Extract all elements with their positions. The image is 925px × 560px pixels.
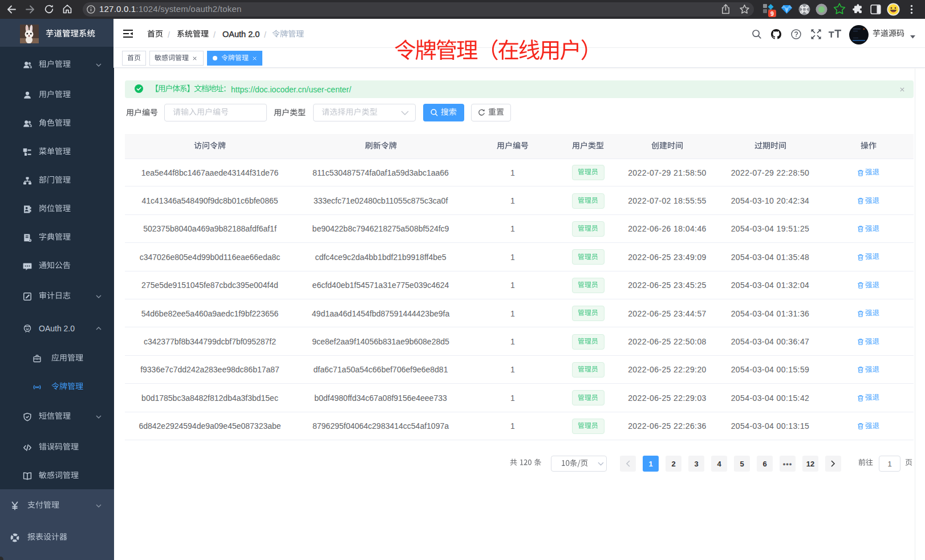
svg-text:9: 9 bbox=[770, 10, 774, 17]
